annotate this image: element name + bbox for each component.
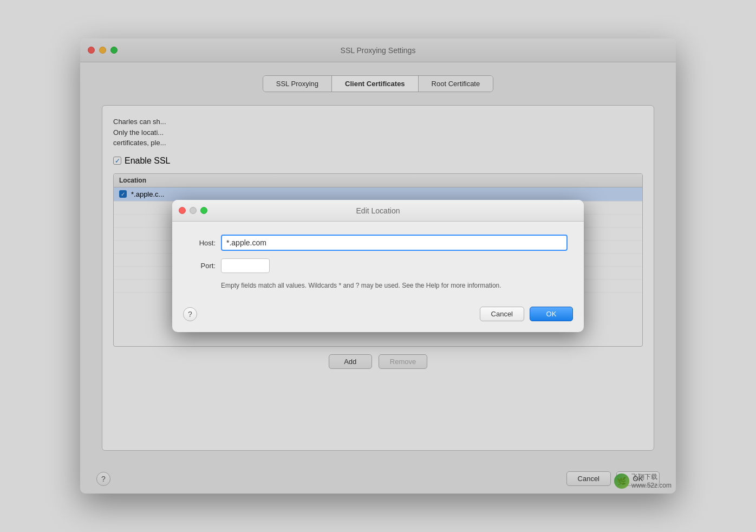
- dialog-content: Host: Port: Empty fields match all value…: [172, 222, 584, 301]
- dialog-cancel-button[interactable]: Cancel: [480, 307, 524, 321]
- modal-overlay: Edit Location Host: Port: Empty fields m…: [80, 38, 676, 494]
- dialog-close-button[interactable]: [179, 207, 186, 214]
- port-label: Port:: [188, 262, 216, 270]
- host-label: Host:: [188, 239, 216, 247]
- dialog-bottom-bar: ? Cancel OK: [172, 301, 584, 332]
- dialog-help-button[interactable]: ?: [183, 307, 197, 321]
- port-field-row: Port:: [188, 258, 568, 273]
- dialog-ok-button[interactable]: OK: [530, 307, 573, 321]
- dialog-hint: Empty fields match all values. Wildcards…: [221, 281, 568, 290]
- main-window: SSL Proxying Settings SSL Proxying Clien…: [80, 38, 676, 494]
- dialog-title-bar: Edit Location: [172, 200, 584, 222]
- dialog-maximize-button[interactable]: [200, 207, 207, 214]
- dialog-action-buttons: Cancel OK: [480, 307, 573, 321]
- host-input[interactable]: [221, 235, 568, 251]
- port-input[interactable]: [221, 258, 270, 273]
- dialog-title: Edit Location: [356, 206, 400, 215]
- dialog-minimize-button[interactable]: [190, 207, 197, 214]
- edit-location-dialog: Edit Location Host: Port: Empty fields m…: [172, 200, 584, 332]
- host-field-row: Host:: [188, 235, 568, 251]
- dialog-traffic-lights: [179, 207, 207, 214]
